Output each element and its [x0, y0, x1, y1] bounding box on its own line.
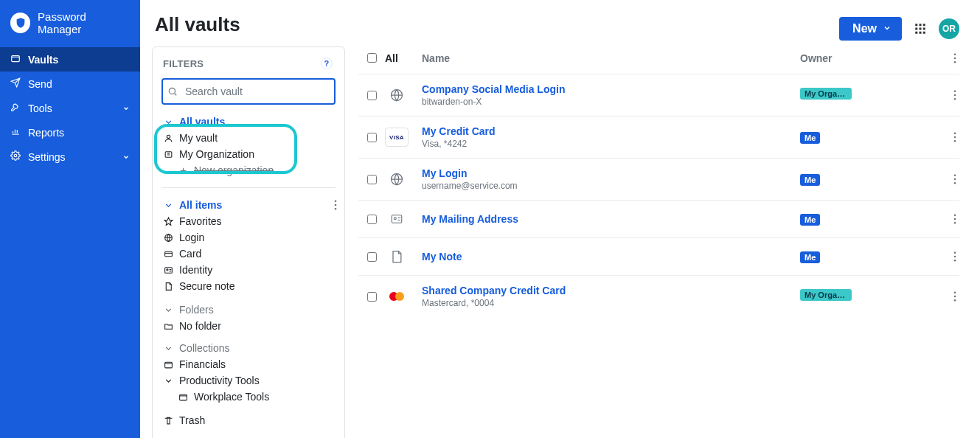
row-options[interactable]	[933, 251, 959, 262]
svg-point-36	[954, 182, 956, 184]
nav-tools[interactable]: Tools	[0, 96, 140, 120]
svg-rect-6	[920, 27, 922, 29]
brand-logo-icon	[10, 13, 30, 33]
row-options[interactable]	[933, 214, 959, 224]
row-checkbox[interactable]	[367, 215, 377, 224]
svg-point-38	[394, 218, 396, 220]
owner-badge-me: Me	[800, 251, 820, 263]
filter-identity[interactable]: Identity	[161, 262, 336, 278]
filter-no-folder[interactable]: No folder	[161, 318, 336, 334]
row-checkbox[interactable]	[367, 252, 377, 262]
table-row: VISA My Credit Card Visa, *4242 Me	[358, 116, 959, 158]
filter-my-vault[interactable]: My vault	[161, 130, 336, 146]
svg-point-17	[166, 268, 167, 270]
item-subtitle: bitwarden-on-X	[422, 97, 800, 107]
filter-all-items-label: All items	[179, 199, 222, 211]
new-button[interactable]: New	[839, 17, 902, 41]
row-checkbox[interactable]	[367, 133, 377, 142]
nav-tools-label: Tools	[28, 102, 52, 114]
item-subtitle: username@service.com	[422, 181, 800, 191]
star-icon	[163, 217, 173, 226]
item-owner: Me	[800, 250, 933, 263]
table-row: Shared Company Credit Card Mastercard, *…	[358, 275, 959, 317]
item-subtitle: Visa, *4242	[422, 139, 800, 149]
filters-tree: All vaults My vault My Organization New …	[161, 114, 336, 428]
filter-login-label: Login	[179, 232, 204, 243]
svg-point-21	[335, 204, 337, 206]
row-checkbox[interactable]	[367, 91, 377, 100]
chevron-down-icon	[122, 102, 130, 114]
svg-point-44	[954, 260, 956, 262]
trash-icon	[163, 416, 173, 425]
owner-badge-me: Me	[800, 174, 820, 186]
svg-rect-16	[164, 267, 172, 273]
nav-reports[interactable]: Reports	[0, 120, 140, 145]
nav-settings[interactable]: Settings	[0, 145, 140, 169]
item-title[interactable]: My Mailing Address	[422, 213, 800, 225]
filter-collection-financials[interactable]: Financials	[161, 356, 336, 372]
svg-point-28	[954, 94, 956, 97]
item-title[interactable]: My Credit Card	[422, 125, 800, 137]
table-row: Company Social Media Login bitwarden-on-…	[358, 74, 959, 116]
row-options[interactable]	[933, 90, 959, 100]
avatar[interactable]: OR	[939, 18, 959, 39]
filter-card[interactable]: Card	[161, 246, 336, 262]
row-options[interactable]	[933, 291, 959, 302]
svg-rect-4	[923, 24, 925, 26]
brand-name: Password Manager	[38, 10, 130, 35]
filter-new-org[interactable]: New organization	[161, 162, 336, 178]
svg-point-25	[954, 60, 956, 63]
svg-point-49	[954, 299, 956, 302]
row-checkbox[interactable]	[367, 292, 377, 302]
svg-point-40	[954, 218, 956, 220]
header-options[interactable]	[933, 53, 959, 63]
nav-vaults[interactable]: Vaults	[0, 47, 140, 72]
table-header: All Name Owner	[358, 46, 959, 74]
filter-collections[interactable]: Collections	[161, 340, 336, 356]
svg-rect-2	[915, 24, 917, 26]
search-input[interactable]	[161, 78, 336, 105]
item-title[interactable]: Company Social Media Login	[422, 83, 800, 95]
filter-secure-note[interactable]: Secure note	[161, 278, 336, 294]
chevron-down-icon	[163, 305, 173, 315]
filter-all-vaults[interactable]: All vaults	[161, 114, 336, 130]
svg-rect-7	[923, 27, 925, 29]
item-title[interactable]: Shared Company Credit Card	[422, 285, 800, 296]
filter-collections-label: Collections	[179, 342, 229, 354]
filter-folders[interactable]: Folders	[161, 302, 336, 318]
filter-favorites[interactable]: Favorites	[161, 213, 336, 229]
filter-all-items[interactable]: All items	[161, 197, 336, 213]
user-icon	[163, 133, 173, 143]
nav-reports-label: Reports	[28, 127, 64, 139]
topbar-actions: New OR	[839, 17, 959, 41]
item-type-icon	[385, 247, 409, 266]
filter-org-options[interactable]	[334, 200, 337, 210]
plus-icon	[178, 166, 188, 175]
filter-folders-label: Folders	[179, 304, 214, 316]
item-type-icon	[385, 209, 409, 229]
filter-login[interactable]: Login	[161, 229, 336, 246]
row-options[interactable]	[933, 132, 959, 142]
help-icon[interactable]: ?	[321, 58, 333, 69]
item-title[interactable]: My Login	[422, 167, 800, 179]
vault-icon	[10, 53, 21, 66]
owner-badge-org: My Organiz...	[800, 289, 852, 301]
svg-point-48	[954, 296, 956, 298]
nav-send[interactable]: Send	[0, 72, 140, 96]
item-owner: Me	[800, 131, 933, 144]
filter-my-org[interactable]: My Organization	[161, 146, 336, 162]
filter-collection-workplace[interactable]: Workplace Tools	[161, 389, 336, 405]
select-all-checkbox[interactable]	[367, 53, 377, 63]
item-type-icon	[385, 86, 409, 105]
row-options[interactable]	[933, 174, 959, 184]
svg-point-27	[954, 90, 956, 92]
apps-grid-icon[interactable]	[912, 21, 928, 37]
filter-trash[interactable]: Trash	[161, 412, 336, 428]
row-checkbox[interactable]	[367, 175, 377, 184]
filter-collection-productivity[interactable]: Productivity Tools	[161, 372, 336, 389]
globe-icon	[163, 233, 173, 243]
svg-point-43	[954, 256, 956, 258]
collection-icon	[163, 360, 173, 369]
item-title[interactable]: My Note	[422, 251, 800, 263]
table-row: My Login username@service.com Me	[358, 158, 959, 200]
